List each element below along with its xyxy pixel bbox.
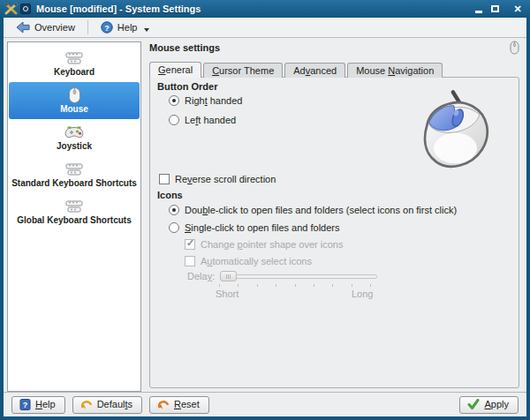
- help-circle-icon: ?: [101, 21, 113, 34]
- checkbox-icon: [185, 239, 195, 250]
- content-area: Mouse settings General Cursor Theme Adva…: [141, 38, 526, 392]
- overview-button[interactable]: Overview: [11, 19, 80, 35]
- help-book-icon: ?: [19, 399, 31, 410]
- sidebar-item-global-keyboard-shortcuts[interactable]: Global Keyboard Shortcuts: [9, 193, 140, 230]
- defaults-arrow-icon: [80, 399, 93, 409]
- sidebar-item-joystick[interactable]: Joystick: [9, 119, 140, 156]
- slider-long-label: Long: [352, 289, 373, 299]
- green-check-icon: [467, 399, 480, 409]
- general-tab-panel: Button Order Right handed Left handed: [149, 77, 519, 388]
- crossed-tools-icon: [4, 3, 18, 15]
- radio-left-handed[interactable]: Left handed: [169, 115, 236, 125]
- sidebar-item-label: Joystick: [57, 141, 92, 151]
- apply-button[interactable]: Apply: [459, 396, 519, 414]
- svg-text:?: ?: [104, 24, 110, 33]
- checkbox-label: Reverse scroll direction: [175, 174, 276, 184]
- help-button-label: Help: [35, 399, 56, 409]
- mouse-small-icon: [510, 41, 519, 55]
- window-title: Mouse [modified] - System Settings: [36, 4, 471, 14]
- toolbar: Overview ? Help: [4, 18, 526, 38]
- reset-button[interactable]: Reset: [149, 396, 209, 414]
- apply-button-label: Apply: [484, 399, 509, 409]
- sidebar-item-label: Global Keyboard Shortcuts: [17, 215, 131, 225]
- radio-label: Right handed: [185, 95, 242, 106]
- radio-icon: [169, 222, 179, 233]
- sidebar-item-standard-keyboard-shortcuts[interactable]: Standard Keyboard Shortcuts: [9, 156, 140, 193]
- checkbox-reverse-scroll[interactable]: Reverse scroll direction: [159, 174, 276, 184]
- reset-button-label: Reset: [174, 399, 200, 409]
- right-handed-mouse-image: [407, 88, 496, 173]
- tab-advanced[interactable]: Advanced: [284, 63, 345, 78]
- checkbox-label: Change pointer shape over icons: [201, 239, 343, 250]
- radio-label: Double-click to open files and folders (…: [185, 205, 457, 215]
- defaults-button-label: Defaults: [97, 399, 132, 409]
- svg-text:?: ?: [23, 401, 28, 409]
- radio-icon: [169, 205, 179, 215]
- maximize-icon: [491, 5, 499, 12]
- minimize-button[interactable]: [471, 3, 487, 16]
- checkbox-automatically-select: Automatically select icons: [185, 256, 312, 266]
- tab-bar: General Cursor Theme Advanced Mouse Navi…: [149, 61, 519, 78]
- slider-short-label: Short: [216, 289, 238, 299]
- overview-label: Overview: [34, 22, 75, 33]
- page-title: Mouse settings: [149, 41, 220, 53]
- help-menu-button[interactable]: ? Help: [95, 19, 155, 35]
- app-badge-icon: [20, 4, 31, 14]
- sidebar-item-label: Keyboard: [54, 67, 95, 77]
- minimize-icon: [475, 11, 482, 13]
- joystick-icon: [64, 124, 85, 140]
- delay-label: Delay:: [187, 271, 215, 281]
- radio-label: Single-click to open files and folders: [185, 222, 340, 233]
- delay-slider-row: Delay:: [187, 271, 377, 281]
- close-button[interactable]: ✕: [510, 3, 526, 16]
- tab-general[interactable]: General: [149, 62, 201, 78]
- radio-icon: [169, 115, 179, 125]
- checkbox-change-pointer-shape: Change pointer shape over icons: [185, 239, 343, 250]
- footer-bar: ? Help Defaults Reset Apply: [4, 392, 526, 416]
- radio-right-handed[interactable]: Right handed: [169, 95, 242, 106]
- help-label: Help: [117, 22, 138, 33]
- button-order-title: Button Order: [157, 81, 217, 92]
- mouse-icon: [64, 87, 85, 103]
- titlebar: Mouse [modified] - System Settings ✕: [0, 0, 530, 18]
- delay-slider: [220, 271, 377, 281]
- sidebar: Keyboard Mouse: [7, 41, 141, 392]
- sidebar-item-keyboard[interactable]: Keyboard: [9, 45, 140, 82]
- toolbar-separator: [87, 20, 88, 34]
- radio-label: Left handed: [185, 115, 236, 125]
- defaults-button[interactable]: Defaults: [72, 396, 142, 414]
- tab-cursor-theme[interactable]: Cursor Theme: [203, 63, 283, 78]
- checkbox-icon: [159, 174, 170, 184]
- content-header: Mouse settings: [149, 41, 519, 58]
- close-icon: ✕: [513, 4, 521, 15]
- back-arrow-icon: [16, 21, 30, 34]
- keyboard-icon: [64, 50, 85, 66]
- help-button[interactable]: ? Help: [11, 396, 65, 414]
- radio-double-click[interactable]: Double-click to open files and folders (…: [169, 205, 457, 215]
- sidebar-item-mouse[interactable]: Mouse: [9, 82, 140, 119]
- sidebar-item-label: Mouse: [60, 104, 88, 114]
- keyboard-icon: [64, 199, 85, 214]
- chevron-down-icon: [144, 28, 149, 32]
- slider-ticks: [219, 284, 371, 287]
- checkbox-label: Automatically select icons: [201, 256, 312, 266]
- radio-icon: [169, 95, 179, 106]
- slider-handle: [220, 271, 237, 281]
- keyboard-icon: [64, 161, 85, 177]
- sidebar-item-label: Standard Keyboard Shortcuts: [11, 178, 137, 188]
- slider-track: [220, 274, 377, 279]
- reset-arrow-icon: [157, 399, 170, 409]
- radio-single-click[interactable]: Single-click to open files and folders: [169, 222, 340, 233]
- main-area: Keyboard Mouse: [4, 38, 526, 392]
- system-settings-window: Mouse [modified] - System Settings ✕ Ove…: [0, 0, 530, 420]
- icons-section-title: Icons: [157, 190, 183, 200]
- checkbox-icon: [185, 256, 195, 266]
- maximize-button[interactable]: [487, 3, 503, 16]
- tab-mouse-navigation[interactable]: Mouse Navigation: [347, 63, 443, 78]
